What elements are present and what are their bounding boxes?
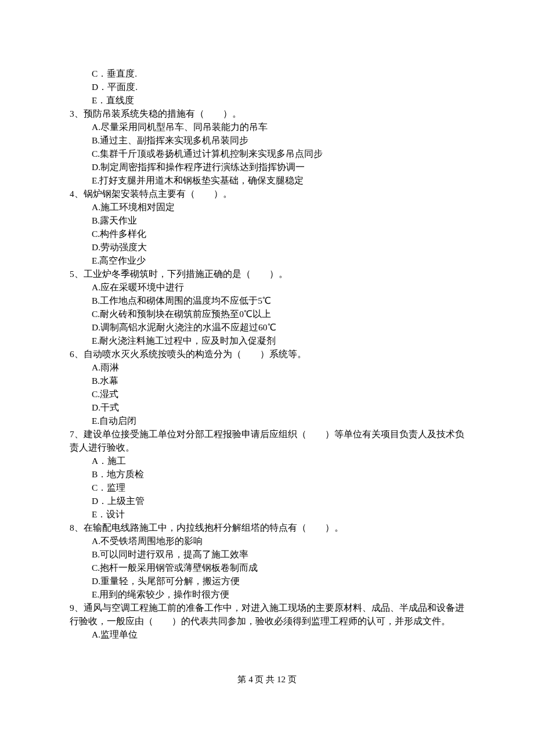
q3-option-c: C.集群千斤顶或卷扬机通过计算机控制来实现多吊点同步 — [70, 147, 464, 160]
q6-option-b: B.水幕 — [70, 374, 464, 387]
q8-option-c: C.抱杆一般采用钢管或薄壁钢板卷制而成 — [70, 561, 464, 574]
q3-option-d: D.制定周密指挥和操作程序进行演练达到指挥协调一 — [70, 160, 464, 174]
q4-option-a: A.施工环境相对固定 — [70, 200, 464, 214]
q8-option-b: B.可以同时进行双吊，提高了施工效率 — [70, 548, 464, 561]
q4-option-d: D.劳动强度大 — [70, 240, 464, 254]
q8-option-a: A.不受铁塔周围地形的影响 — [70, 534, 464, 548]
q3-option-b: B.通过主、副指挥来实现多机吊装同步 — [70, 134, 464, 147]
page-footer: 第 4 页 共 12 页 — [70, 641, 464, 710]
q6-option-a: A.雨淋 — [70, 361, 464, 374]
q6-option-e: E.自动启闭 — [70, 414, 464, 427]
q7-option-c: C．监理 — [70, 481, 464, 494]
q8-option-e: E.用到的绳索较少，操作时很方便 — [70, 588, 464, 601]
q4-stem: 4、锅炉钢架安装特点主要有（ ）。 — [70, 187, 464, 200]
q7-option-b: B．地方质检 — [70, 467, 464, 481]
q7-option-e: E．设计 — [70, 507, 464, 521]
q2-option-d: D．平面度. — [70, 80, 464, 93]
q2-option-e: E．直线度 — [70, 93, 464, 107]
q6-option-d: D.干式 — [70, 401, 464, 414]
q4-option-e: E.高空作业少 — [70, 254, 464, 267]
q7-stem: 7、建设单位接受施工单位对分部工程报验申请后应组织（ ）等单位有关项目负责人及技… — [70, 427, 464, 454]
q5-option-b: B.工作地点和砌体周围的温度均不应低于5℃ — [70, 294, 464, 307]
q6-stem: 6、自动喷水灭火系统按喷头的构造分为（ ）系统等。 — [70, 347, 464, 361]
q5-option-e: E.耐火浇注料施工过程中，应及时加入促凝剂 — [70, 334, 464, 347]
q3-option-e: E.打好支腿并用道木和钢板垫实基础，确保支腿稳定 — [70, 174, 464, 187]
document-page: C．垂直度. D．平面度. E．直线度 3、预防吊装系统失稳的措施有（ ）。 A… — [0, 0, 534, 744]
q4-option-c: C.构件多样化 — [70, 227, 464, 240]
q8-stem: 8、在输配电线路施工中，内拉线抱杆分解组塔的特点有（ ）。 — [70, 521, 464, 534]
q5-option-d: D.调制高铝水泥耐火浇注的水温不应超过60℃ — [70, 321, 464, 334]
q4-option-b: B.露天作业 — [70, 214, 464, 227]
q3-option-a: A.尽量采用同机型吊车、同吊装能力的吊车 — [70, 120, 464, 134]
q2-option-c: C．垂直度. — [70, 67, 464, 80]
q7-option-d: D．上级主管 — [70, 494, 464, 507]
q5-stem: 5、工业炉冬季砌筑时，下列措施正确的是（ ）。 — [70, 267, 464, 280]
q7-option-a: A．施工 — [70, 454, 464, 467]
q6-option-c: C.湿式 — [70, 387, 464, 401]
q9-option-a: A.监理单位 — [70, 628, 464, 641]
q9-stem: 9、通风与空调工程施工前的准备工作中，对进入施工现场的主要原材料、成品、半成品和… — [70, 601, 464, 628]
q5-option-c: C.耐火砖和预制块在砌筑前应预热至0℃以上 — [70, 307, 464, 321]
q8-option-d: D.重量轻，头尾部可分解，搬运方便 — [70, 574, 464, 588]
q5-option-a: A.应在采暖环境中进行 — [70, 280, 464, 294]
q3-stem: 3、预防吊装系统失稳的措施有（ ）。 — [70, 107, 464, 120]
